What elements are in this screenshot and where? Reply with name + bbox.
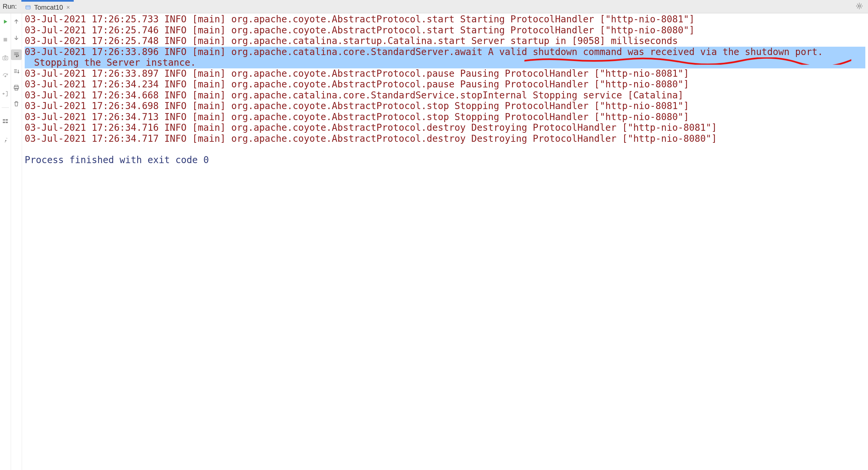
console-line: 03-Jul-2021 17:26:33.897 INFO [main] org… — [25, 68, 865, 80]
svg-point-2 — [858, 5, 860, 7]
console-output[interactable]: 03-Jul-2021 17:26:25.733 INFO [main] org… — [22, 13, 868, 470]
svg-rect-0 — [26, 6, 31, 9]
console-line: 03-Jul-2021 17:26:25.733 INFO [main] org… — [25, 14, 865, 25]
scroll-down-icon[interactable] — [12, 33, 21, 42]
run-tool-window: Run: Tomcat10 × — [0, 0, 868, 470]
console-line: 03-Jul-2021 17:26:34.234 INFO [main] org… — [25, 79, 865, 90]
console-line: Process finished with exit code 0 — [25, 155, 865, 166]
run-label: Run: — [0, 3, 21, 10]
console-line: 03-Jul-2021 17:26:34.668 INFO [main] org… — [25, 90, 865, 101]
svg-rect-10 — [6, 122, 8, 123]
close-tab-icon[interactable]: × — [66, 4, 71, 11]
console-line: 03-Jul-2021 17:26:33.896 INFO [main] org… — [25, 47, 865, 68]
rerun-icon[interactable] — [1, 17, 10, 26]
clear-icon[interactable] — [12, 99, 21, 108]
console-toolbar — [11, 13, 22, 470]
gear-icon[interactable] — [855, 2, 863, 11]
svg-rect-3 — [4, 38, 7, 42]
run-tab-tomcat10[interactable]: Tomcat10 × — [21, 0, 74, 13]
tomcat-icon — [25, 4, 31, 11]
console-line: 03-Jul-2021 17:26:25.748 INFO [main] org… — [25, 36, 865, 47]
run-toolbar-left — [0, 13, 11, 470]
console-line — [25, 144, 865, 155]
console-line: 03-Jul-2021 17:26:34.713 INFO [main] org… — [25, 112, 865, 123]
debug-restart-icon[interactable] — [1, 71, 10, 80]
pin-icon[interactable] — [1, 135, 10, 144]
scroll-to-end-icon[interactable] — [12, 67, 21, 76]
svg-rect-13 — [15, 88, 18, 90]
annotation-underline — [524, 57, 851, 65]
layout-icon[interactable] — [1, 117, 10, 126]
stop-icon[interactable] — [1, 35, 10, 44]
toolbar-separator — [2, 107, 9, 108]
tab-bar: Run: Tomcat10 × — [0, 0, 868, 13]
svg-rect-4 — [3, 56, 8, 60]
console-line: 03-Jul-2021 17:26:34.698 INFO [main] org… — [25, 101, 865, 112]
console-line: 03-Jul-2021 17:26:25.746 INFO [main] org… — [25, 25, 865, 36]
svg-rect-8 — [6, 119, 8, 120]
run-body: 03-Jul-2021 17:26:25.733 INFO [main] org… — [0, 13, 868, 470]
console-line: 03-Jul-2021 17:26:34.716 INFO [main] org… — [25, 122, 865, 133]
camera-icon[interactable] — [1, 53, 10, 62]
svg-point-6 — [5, 75, 6, 77]
soft-wrap-icon[interactable] — [11, 50, 22, 60]
svg-rect-9 — [3, 122, 5, 123]
svg-point-5 — [4, 57, 6, 59]
svg-rect-7 — [3, 119, 5, 120]
print-icon[interactable] — [12, 84, 21, 92]
console-line: 03-Jul-2021 17:26:34.717 INFO [main] org… — [25, 133, 865, 145]
exit-icon[interactable] — [1, 89, 10, 98]
tab-label: Tomcat10 — [34, 4, 63, 11]
scroll-up-icon[interactable] — [12, 17, 21, 26]
